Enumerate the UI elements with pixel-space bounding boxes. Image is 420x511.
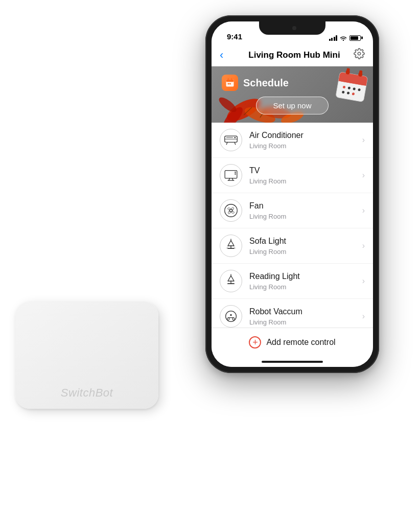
device-item-tv[interactable]: TV Living Room › [212,158,373,193]
device-room: Living Room [249,142,362,150]
device-room: Living Room [249,177,362,185]
chevron-icon: › [362,135,365,145]
chevron-icon: › [362,171,365,180]
device-item-reading-light[interactable]: Reading Light Living Room › [212,264,373,299]
svg-point-0 [358,52,361,55]
phone-notch [259,21,325,35]
tv-icon [224,170,238,181]
schedule-icon [222,75,238,91]
reading-light-icon [224,274,238,288]
device-room: Living Room [249,248,362,256]
device-room: Living Room [249,283,362,291]
hub-brand-label: SwitchBot [61,386,113,400]
device-room: Living Room [249,318,362,326]
fan-icon [224,203,238,218]
svg-point-54 [230,314,231,316]
signal-icon [329,35,338,41]
device-name: Air Conditioner [249,130,362,141]
setup-now-button[interactable]: Set up now [256,97,328,114]
scene: SwitchBot 9:41 [0,0,420,511]
status-time: 9:41 [224,32,242,41]
chevron-icon: › [362,276,365,286]
svg-rect-10 [226,79,234,82]
hub-device: SwitchBot [15,301,158,409]
add-remote-control[interactable]: + Add remote control [212,328,373,357]
device-name: Reading Light [249,271,362,282]
device-item-fan[interactable]: Fan Living Room › [212,193,373,228]
battery-icon [349,35,361,41]
page-title: Living Room Hub Mini [248,50,340,60]
phone-screen: 9:41 [212,21,373,367]
device-name: Sofa Light [249,236,362,247]
device-list: * Air Conditioner Living Room › [212,123,373,328]
wifi-icon [340,35,347,41]
svg-point-42 [225,204,238,217]
chevron-icon: › [362,206,365,215]
device-item-air-conditioner[interactable]: * Air Conditioner Living Room › [212,123,373,158]
svg-rect-14 [229,83,231,85]
svg-point-40 [235,172,236,173]
robot-vaccum-icon [224,310,238,323]
phone-frame: 9:41 [205,15,379,373]
schedule-title: Schedule [243,77,289,89]
camera-dot [292,26,296,30]
add-icon: + [249,336,261,349]
svg-point-57 [232,318,235,320]
sofa-light-icon [224,239,238,253]
ac-icon: * [224,134,238,146]
home-indicator [212,357,373,367]
svg-point-53 [226,311,237,322]
chevron-icon: › [362,241,365,250]
device-item-sofa-light[interactable]: Sofa Light Living Room › [212,228,373,264]
svg-rect-13 [228,83,229,85]
schedule-header: Schedule [222,75,289,91]
device-room: Living Room [249,213,362,220]
chevron-icon: › [362,312,365,321]
schedule-banner: Schedule [212,66,373,123]
device-name: Fan [249,201,362,212]
nav-header: ‹ Living Room Hub Mini [212,44,373,66]
calendar-decoration [332,66,371,112]
svg-point-41 [235,173,236,175]
device-item-robot-vaccum[interactable]: Robot Vaccum Living Room › [212,299,373,328]
settings-button[interactable] [354,48,365,62]
svg-point-56 [227,318,229,320]
svg-text:*: * [235,136,236,139]
device-name: Robot Vaccum [249,307,362,317]
status-icons [329,35,361,41]
back-button[interactable]: ‹ [220,49,235,62]
add-remote-label: Add remote control [266,338,335,347]
device-name: TV [249,166,362,176]
